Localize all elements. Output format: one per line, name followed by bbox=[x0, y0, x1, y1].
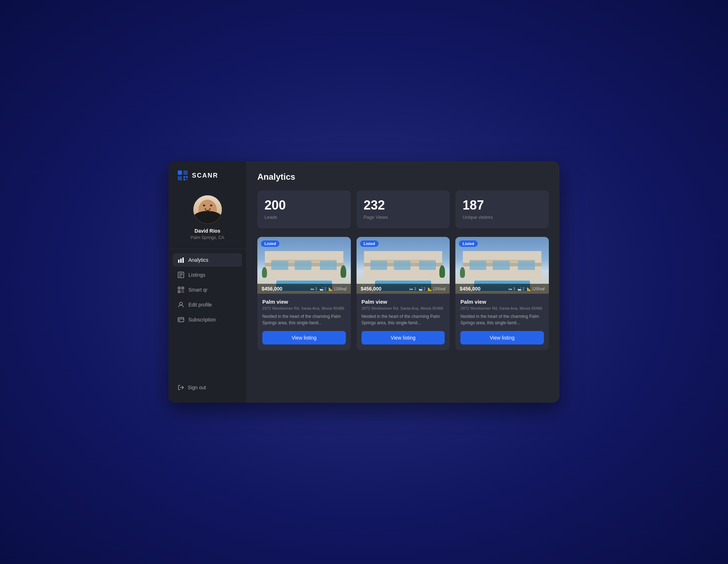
listing-name-2: Palm view bbox=[362, 299, 445, 305]
avatar bbox=[193, 195, 222, 224]
stat-card-leads: 200 Leads bbox=[257, 190, 351, 228]
profile-area: David Rios Palm Springs, CA bbox=[168, 190, 246, 249]
listing-name-3: Palm view bbox=[460, 299, 544, 305]
qr-icon bbox=[178, 287, 184, 293]
page-views-label: Page Views bbox=[364, 215, 443, 220]
sign-out-label: Sign out bbox=[188, 385, 206, 390]
sidebar-item-listings[interactable]: Listings bbox=[173, 268, 242, 282]
listing-card-1: Listed $456,000 🛏 3🛁 2📐 1200sqf Palm vie… bbox=[257, 237, 351, 350]
listing-desc-1: Nestled in the heart of the charming Pal… bbox=[262, 313, 346, 326]
svg-rect-9 bbox=[182, 257, 184, 263]
svg-rect-3 bbox=[183, 176, 185, 178]
svg-rect-8 bbox=[180, 259, 182, 263]
svg-rect-2 bbox=[178, 176, 182, 180]
sidebar-item-listings-label: Listings bbox=[188, 272, 205, 278]
svg-rect-4 bbox=[186, 176, 188, 178]
listing-price-bar-2: $456,000 🛏 3🛁 2📐 1200sqf bbox=[357, 284, 450, 294]
svg-rect-1 bbox=[183, 170, 188, 175]
listings-icon bbox=[178, 272, 184, 278]
view-listing-button-2[interactable]: View listing bbox=[362, 331, 445, 345]
sidebar-item-subscription[interactable]: Subscription bbox=[173, 313, 242, 326]
svg-rect-19 bbox=[179, 291, 180, 292]
listing-price-bar-3: $456,000 🛏 3🛁 2📐 1200sqf bbox=[455, 284, 549, 294]
listing-badge-2: Listed bbox=[360, 240, 379, 247]
sidebar-item-analytics-label: Analytics bbox=[188, 257, 208, 263]
listing-image-2: Listed $456,000 🛏 3🛁 2📐 1200sqf bbox=[357, 237, 450, 294]
analytics-icon bbox=[178, 257, 184, 263]
sign-out-button[interactable]: Sign out bbox=[173, 381, 242, 394]
sidebar-item-edit-profile-label: Edit profile bbox=[188, 302, 212, 308]
svg-rect-20 bbox=[182, 291, 182, 291]
sidebar-item-edit-profile[interactable]: Edit profile bbox=[173, 298, 242, 311]
listing-price-bar-1: $456,000 🛏 3🛁 2📐 1200sqf bbox=[257, 284, 351, 294]
sidebar: SCANR David Rios Palm Springs, bbox=[168, 161, 247, 403]
listing-card-2: Listed $456,000 🛏 3🛁 2📐 1200sqf Palm vie… bbox=[357, 237, 450, 350]
sidebar-item-analytics[interactable]: Analytics bbox=[173, 253, 242, 267]
listing-desc-3: Nestled in the heart of the charming Pal… bbox=[460, 313, 544, 326]
svg-rect-0 bbox=[178, 170, 182, 175]
unique-visitors-number: 187 bbox=[462, 199, 542, 212]
user-name: David Rios bbox=[194, 228, 220, 234]
svg-rect-18 bbox=[182, 288, 183, 288]
svg-rect-21 bbox=[183, 291, 184, 291]
listing-address-3: 2972 Westheimer Rd. Santa Ana, Illinois … bbox=[460, 306, 544, 310]
svg-rect-22 bbox=[182, 292, 182, 293]
scanr-logo-icon bbox=[177, 170, 188, 181]
logo-text: SCANR bbox=[192, 172, 218, 179]
svg-rect-27 bbox=[179, 320, 180, 321]
person-icon bbox=[178, 302, 184, 308]
logo-area: SCANR bbox=[168, 170, 246, 190]
listing-info-1: Palm view 2972 Westheimer Rd. Santa Ana,… bbox=[257, 294, 351, 350]
leads-number: 200 bbox=[264, 199, 344, 212]
listing-price-2: $456,000 bbox=[361, 286, 381, 292]
main-content: Analytics 200 Leads 232 Page Views 187 U… bbox=[247, 161, 560, 403]
sign-out-area: Sign out bbox=[168, 381, 246, 394]
listing-specs-3: 🛏 3🛁 2📐 1200sqf bbox=[509, 287, 545, 291]
sidebar-item-smart-qr[interactable]: Smart qr bbox=[173, 283, 242, 297]
sidebar-item-subscription-label: Subscription bbox=[188, 317, 216, 322]
user-location: Palm Springs, CA bbox=[191, 235, 224, 240]
svg-rect-25 bbox=[178, 318, 184, 322]
leads-label: Leads bbox=[264, 215, 344, 220]
listing-name-1: Palm view bbox=[262, 299, 346, 305]
listing-specs-1: 🛏 3🛁 2📐 1200sqf bbox=[311, 287, 347, 291]
listing-image-3: Listed $456,000 🛏 3🛁 2📐 1200sqf bbox=[455, 237, 549, 294]
listing-specs-2: 🛏 3🛁 2📐 1200sqf bbox=[410, 287, 445, 291]
listing-price-3: $456,000 bbox=[460, 286, 480, 292]
svg-rect-6 bbox=[186, 179, 188, 180]
listings-grid: Listed $456,000 🛏 3🛁 2📐 1200sqf Palm vie… bbox=[257, 237, 549, 350]
listing-desc-2: Nestled in the heart of the charming Pal… bbox=[362, 313, 445, 326]
nav-menu: Analytics Listings bbox=[168, 253, 246, 381]
page-views-number: 232 bbox=[364, 199, 443, 212]
svg-rect-7 bbox=[178, 260, 180, 263]
unique-visitors-label: Unique visitors bbox=[462, 215, 542, 220]
page-title: Analytics bbox=[257, 172, 549, 182]
listing-card-3: Listed $456,000 🛏 3🛁 2📐 1200sqf Palm vie… bbox=[455, 237, 549, 350]
subscription-icon bbox=[178, 316, 184, 323]
listing-price-1: $456,000 bbox=[262, 286, 282, 292]
sidebar-item-smart-qr-label: Smart qr bbox=[188, 287, 208, 293]
listing-badge-1: Listed bbox=[261, 240, 279, 247]
view-listing-button-3[interactable]: View listing bbox=[460, 331, 544, 345]
listing-info-2: Palm view 2972 Westheimer Rd. Santa Ana,… bbox=[357, 294, 450, 350]
svg-rect-23 bbox=[183, 292, 184, 293]
listing-info-3: Palm view 2972 Westheimer Rd. Santa Ana,… bbox=[455, 294, 549, 350]
stat-card-unique-visitors: 187 Unique visitors bbox=[455, 190, 549, 228]
svg-rect-5 bbox=[183, 179, 185, 180]
listing-badge-3: Listed bbox=[459, 240, 477, 247]
stat-card-page-views: 232 Page Views bbox=[357, 190, 450, 228]
app-window: SCANR David Rios Palm Springs, bbox=[168, 161, 560, 403]
listing-address-2: 2972 Westheimer Rd. Santa Ana, Illinois … bbox=[362, 306, 445, 310]
listing-image-1: Listed $456,000 🛏 3🛁 2📐 1200sqf bbox=[257, 237, 351, 294]
sign-out-icon bbox=[178, 384, 184, 391]
svg-rect-17 bbox=[179, 288, 180, 288]
listing-address-1: 2972 Westheimer Rd. Santa Ana, Illinois … bbox=[262, 306, 346, 310]
stats-row: 200 Leads 232 Page Views 187 Unique visi… bbox=[257, 190, 549, 228]
view-listing-button-1[interactable]: View listing bbox=[262, 331, 346, 345]
svg-point-24 bbox=[180, 302, 182, 305]
